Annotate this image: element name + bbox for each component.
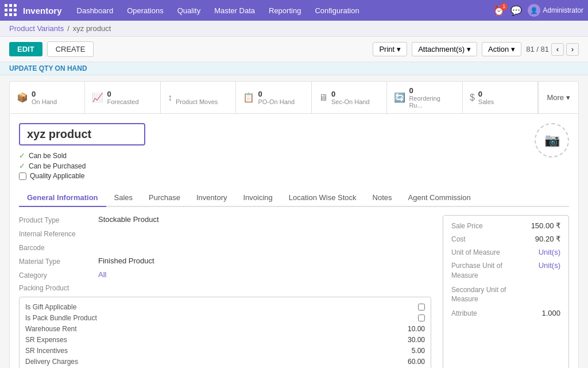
more-button[interactable]: More ▾ — [538, 82, 578, 113]
tab-notes[interactable]: Notes — [365, 189, 400, 207]
sr-expenses-value: 30.00 — [408, 336, 425, 344]
delivery-charges-row: Delivery Charges 60.00 — [25, 358, 425, 366]
po-on-hand-icon: 📋 — [243, 92, 254, 103]
material-type-row: Material Type Finished Product — [19, 256, 431, 266]
nav-quality[interactable]: Quality — [172, 4, 206, 17]
reordering-icon: 🔄 — [394, 92, 405, 103]
app-title: Inventory — [23, 6, 62, 16]
purchase-uom-value[interactable]: Unit(s) — [539, 261, 560, 270]
stat-forecasted[interactable]: 📈 0 Forecasted — [85, 82, 160, 113]
category-label: Category — [19, 270, 94, 279]
sale-price-row: Sale Price 150.00 ₹ — [451, 221, 560, 230]
activity-icon[interactable]: ⏰ 1 — [493, 5, 505, 16]
reordering-label: Reordering Ru... — [409, 95, 455, 109]
left-panel: Product Type Stockable Product Internal … — [19, 215, 431, 368]
uom-row: Unit of Measure Unit(s) — [451, 248, 560, 256]
tab-location-wise-stock[interactable]: Location Wise Stock — [281, 189, 365, 207]
sale-price-value: 150.00 ₹ — [531, 221, 560, 230]
category-value[interactable]: All — [98, 270, 106, 279]
is-gift-checkbox[interactable] — [418, 304, 425, 310]
nav-master-data[interactable]: Master Data — [208, 4, 261, 17]
is-pack-bundle-row: Is Pack Bundle Product — [25, 314, 425, 322]
notification-badge: 1 — [500, 3, 508, 10]
tab-content: Product Type Stockable Product Internal … — [19, 215, 569, 368]
nav-configuration[interactable]: Configuration — [309, 4, 365, 17]
user-name: Administrator — [543, 6, 583, 14]
stat-po-on-hand[interactable]: 📋 0 PO-On Hand — [236, 82, 311, 113]
quality-applicable-row: Quality Applicable — [19, 172, 145, 180]
tab-invoicing[interactable]: Invoicing — [235, 189, 280, 207]
is-pack-bundle-checkbox[interactable] — [418, 315, 425, 321]
product-photo[interactable]: 📷 — [535, 123, 569, 158]
forecasted-label: Forecasted — [107, 98, 138, 105]
is-gift-label: Is Gift Applicable — [25, 303, 76, 311]
grid-icon — [5, 4, 17, 17]
sec-on-hand-value: 0 — [331, 90, 370, 98]
stat-sales[interactable]: $ 0 Sales — [463, 82, 538, 113]
packing-box: Is Gift Applicable Is Pack Bundle Produc… — [19, 297, 431, 368]
create-button[interactable]: CREATE — [47, 41, 94, 57]
product-moves-label: Product Moves — [176, 98, 218, 105]
sr-incentives-value: 5.00 — [412, 347, 425, 355]
nav-reporting[interactable]: Reporting — [263, 4, 307, 17]
attribute-label: Attribute — [451, 309, 477, 317]
delivery-charges-label: Delivery Charges — [25, 358, 78, 366]
action-button[interactable]: Action ▾ — [482, 42, 521, 56]
attachments-button[interactable]: Attachment(s) ▾ — [412, 42, 477, 56]
stat-product-moves[interactable]: ↕ Product Moves — [161, 82, 236, 113]
purchase-uom-label: Purchase Unit of Measure — [451, 261, 509, 281]
stat-on-hand[interactable]: 📦 0 On Hand — [10, 82, 85, 113]
purchase-uom-row: Purchase Unit of Measure Unit(s) — [451, 261, 560, 281]
product-type-value: Stockable Product — [98, 215, 159, 224]
action-bar-right: Print ▾ Attachment(s) ▾ Action ▾ 81 / 81… — [373, 42, 579, 56]
material-type-value: Finished Product — [98, 256, 154, 265]
edit-button[interactable]: EDIT — [9, 42, 42, 56]
secondary-uom-label: Secondary Unit of Measure — [451, 285, 509, 305]
chevron-down-icon: ▾ — [511, 45, 515, 53]
packing-section: Packing Product Is Gift Applicable Is Pa… — [19, 284, 431, 368]
can-be-sold-label: Can be Sold — [29, 152, 67, 160]
nav-operations[interactable]: Operations — [121, 4, 169, 17]
stat-sec-on-hand[interactable]: 🖥 0 Sec-On Hand — [312, 82, 387, 113]
attribute-row: Attribute 1.000 — [451, 309, 560, 317]
product-moves-value — [176, 90, 218, 98]
warehouse-rent-row: Warehouse Rent 10.00 — [25, 325, 425, 333]
tab-sales[interactable]: Sales — [106, 189, 141, 207]
sales-icon: $ — [470, 93, 475, 103]
update-qty-link[interactable]: UPDATE QTY ON HAND — [9, 64, 87, 72]
secondary-uom-row: Secondary Unit of Measure — [451, 285, 560, 305]
app-logo[interactable]: Inventory — [5, 4, 62, 17]
pager-text: 81 / 81 — [526, 45, 549, 53]
pager-next[interactable]: › — [566, 43, 579, 56]
can-be-sold-row: ✓ Can be Sold — [19, 151, 145, 160]
uom-value[interactable]: Unit(s) — [539, 248, 560, 256]
chevron-down-icon: ▾ — [467, 45, 471, 53]
packing-product-label: Packing Product — [19, 284, 431, 292]
cost-row: Cost 90.20 ₹ — [451, 235, 560, 243]
print-button[interactable]: Print ▾ — [373, 42, 407, 56]
internal-reference-row: Internal Reference — [19, 229, 431, 238]
uom-label: Unit of Measure — [451, 248, 500, 256]
quality-applicable-checkbox[interactable] — [19, 172, 26, 180]
tab-purchase[interactable]: Purchase — [141, 189, 188, 207]
is-pack-bundle-label: Is Pack Bundle Product — [25, 314, 97, 322]
more-label: More — [547, 93, 564, 102]
warehouse-rent-label: Warehouse Rent — [25, 325, 77, 333]
product-title: xyz product — [19, 123, 145, 145]
nav-dashboard[interactable]: Dashboard — [71, 4, 119, 17]
user-menu[interactable]: 👤 Administrator — [528, 4, 583, 17]
stat-reordering[interactable]: 🔄 0 Reordering Ru... — [387, 82, 462, 113]
main-content: xyz product ✓ Can be Sold ✓ Can be Purch… — [9, 114, 579, 368]
tab-bar: General Information Sales Purchase Inven… — [19, 189, 569, 207]
po-on-hand-label: PO-On Hand — [258, 98, 295, 105]
can-be-purchased-row: ✓ Can be Purchased — [19, 162, 145, 170]
tab-general-information[interactable]: General Information — [19, 189, 106, 207]
pager-prev[interactable]: ‹ — [551, 43, 564, 56]
breadcrumb: Product Variants / xyz product — [0, 21, 588, 37]
pager: 81 / 81 ‹ › — [526, 43, 579, 56]
tab-inventory[interactable]: Inventory — [188, 189, 235, 207]
product-type-row: Product Type Stockable Product — [19, 215, 431, 224]
breadcrumb-parent[interactable]: Product Variants — [9, 24, 64, 33]
chat-icon[interactable]: 💬 — [510, 5, 522, 16]
tab-agent-commission[interactable]: Agent Commission — [400, 189, 479, 207]
